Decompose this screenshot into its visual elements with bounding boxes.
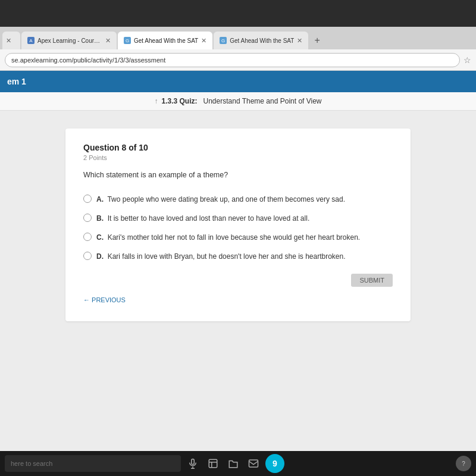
taskbar-9-button[interactable]: 9 [265,454,284,473]
taskbar-browser-icon[interactable] [205,455,221,472]
taskbar-mail-icon[interactable] [245,455,262,472]
nav-area: ← PREVIOUS [83,296,393,303]
tab-sat-2[interactable]: G Get Ahead With the SAT ✕ [214,32,308,49]
taskbar-help-icon[interactable]: ? [456,456,471,471]
question-points: 2 Points [83,154,393,161]
option-c-letter: C. [96,233,104,242]
tab-apex-close[interactable]: ✕ [105,37,111,45]
apex-favicon: A [27,37,35,44]
radio-b[interactable] [83,214,92,222]
tab-sat2-close[interactable]: ✕ [297,37,302,45]
close-icon[interactable]: ✕ [6,37,11,45]
page-content-area: Question 8 of 10 2 Points Which statemen… [0,111,476,474]
option-d-letter: D. [96,252,104,261]
taskbar-search-input[interactable] [5,455,181,472]
previous-button[interactable]: ← PREVIOUS [83,296,126,303]
sat1-favicon: G [124,37,131,44]
quiz-header-icon: ↑ [154,97,158,105]
sat2-favicon: G [220,37,227,44]
option-a-text: A. Two people who were dating break up, … [96,194,345,205]
quiz-breadcrumb-label: 1.3.3 Quiz: [161,97,197,105]
taskbar-folder-icon[interactable] [225,455,242,472]
address-bar: ☆ [0,49,476,71]
page-header-title: em 1 [7,77,26,86]
option-d: D. Kari falls in love with Bryan, but he… [83,251,393,262]
option-a: A. Two people who were dating break up, … [83,194,393,205]
desktop-top-bar [0,0,476,27]
tab-sat-1[interactable]: G Get Ahead With the SAT ✕ [118,32,212,49]
bookmark-icon[interactable]: ☆ [464,55,471,65]
quiz-breadcrumb: 1.3.3 Quiz: Understand Theme and Point o… [161,97,321,105]
tab-sat2-label: Get Ahead With the SAT [230,37,294,44]
question-number: Question 8 of 10 [83,143,393,152]
option-c-text: C. Kari's mother told her not to fall in… [96,232,360,243]
page-header-bar: em 1 [0,71,476,92]
svg-rect-1 [209,459,217,468]
new-tab-button[interactable]: + [309,32,324,49]
tab-sat1-close[interactable]: ✕ [201,37,206,45]
browser-window: ✕ A Apex Learning - Courses ✕ G Get Ahea… [0,27,476,476]
svg-rect-0 [192,459,195,465]
tab-apex-label: Apex Learning - Courses [37,37,102,44]
option-b: B. It is better to have loved and lost t… [83,213,393,224]
submit-button[interactable]: SUBMIT [351,274,393,287]
taskbar-mic-icon[interactable] [184,455,201,472]
quiz-header: ↑ 1.3.3 Quiz: Understand Theme and Point… [0,92,476,111]
option-c: C. Kari's mother told her not to fall in… [83,232,393,243]
quiz-card: Question 8 of 10 2 Points Which statemen… [65,129,411,321]
tab-apex-learning[interactable]: A Apex Learning - Courses ✕ [21,32,117,49]
tab-sat1-label: Get Ahead With the SAT [134,37,198,44]
submit-area: SUBMIT [83,274,393,287]
option-b-letter: B. [96,214,104,223]
question-text: Which statement is an example of a theme… [83,170,393,181]
radio-d[interactable] [83,252,92,260]
taskbar: 9 ? [0,451,476,476]
radio-c[interactable] [83,233,92,241]
tab-close-blank[interactable]: ✕ [2,32,20,49]
svg-rect-2 [249,460,258,467]
tab-bar: ✕ A Apex Learning - Courses ✕ G Get Ahea… [0,27,476,49]
option-a-letter: A. [96,195,104,203]
option-b-text: B. It is better to have loved and lost t… [96,213,309,224]
taskbar-9-label: 9 [273,459,277,468]
address-input[interactable] [5,53,460,67]
quiz-subtitle: Understand Theme and Point of View [203,97,322,105]
option-d-text: D. Kari falls in love with Bryan, but he… [96,251,346,262]
radio-a[interactable] [83,195,92,203]
